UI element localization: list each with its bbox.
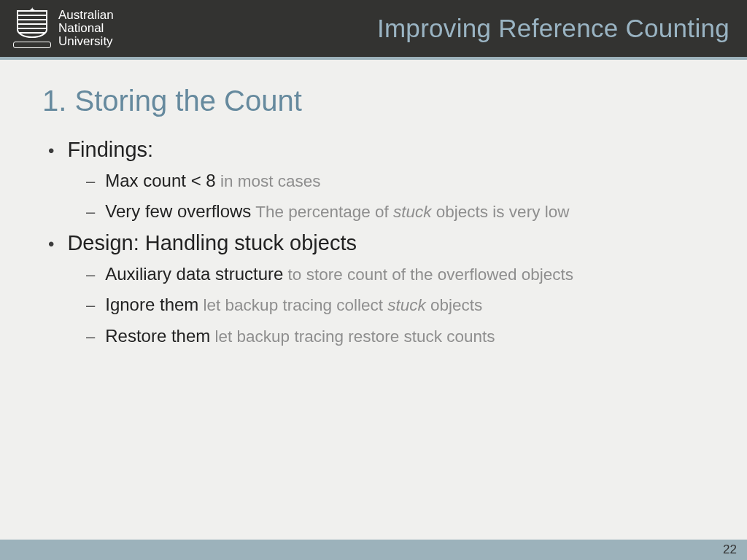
sub-list-item-text: Max count < 8 in most cases	[105, 169, 320, 192]
sub-item-main: Very few overflows	[105, 201, 251, 221]
sub-list-item: – Auxiliary data structure to store coun…	[86, 262, 705, 286]
sub-item-main: Ignore them	[105, 295, 198, 314]
dash-icon: –	[86, 172, 95, 191]
university-name-line1: Australian	[58, 9, 114, 22]
sub-item-detail-italic: stuck	[387, 296, 426, 314]
sub-list: – Auxiliary data structure to store coun…	[48, 262, 705, 348]
slide-title: 1. Storing the Count	[42, 85, 705, 117]
list-item: • Findings: – Max count < 8 in most case…	[48, 138, 705, 224]
university-crest-icon: ✦	[13, 10, 51, 47]
sub-list-item: – Ignore them let backup tracing collect…	[86, 293, 705, 316]
sub-item-main: Max count < 8	[105, 171, 215, 190]
dash-icon: –	[86, 265, 95, 284]
dash-icon: –	[86, 327, 95, 346]
list-item-text: Design: Handling stuck objects	[67, 231, 357, 255]
sub-item-detail-suffix: objects	[426, 296, 483, 314]
sub-item-detail-suffix: objects is very low	[432, 203, 570, 221]
bullet-icon: •	[48, 236, 54, 253]
list-item: • Design: Handling stuck objects – Auxil…	[48, 231, 705, 348]
sub-item-detail: let backup tracing restore stuck counts	[210, 327, 495, 346]
sub-item-detail: in most cases	[216, 172, 321, 190]
university-name-line3: University	[58, 35, 114, 48]
bullet-list: • Findings: – Max count < 8 in most case…	[42, 138, 705, 348]
sub-list-item-text: Restore them let backup tracing restore …	[105, 324, 495, 348]
bullet-icon: •	[48, 142, 54, 160]
dash-icon: –	[86, 203, 95, 222]
sub-list-item-text: Ignore them let backup tracing collect s…	[105, 293, 482, 316]
sub-item-detail: to store count of the overflowed objects	[283, 265, 573, 284]
slide-topic: Improving Reference Counting	[377, 14, 729, 43]
sub-list: – Max count < 8 in most cases – Very few…	[48, 169, 705, 224]
header-bar: ✦ Australian National University Improvi…	[0, 0, 747, 60]
sub-item-main: Restore them	[105, 326, 210, 346]
sub-list-item: – Very few overflows The percentage of s…	[86, 200, 705, 223]
sub-item-detail: The percentage of stuck objects is very …	[251, 203, 569, 221]
slide: ✦ Australian National University Improvi…	[0, 0, 747, 560]
page-number: 22	[723, 542, 737, 557]
university-logo-block: ✦ Australian National University	[13, 9, 114, 48]
list-item-text: Findings:	[67, 138, 153, 162]
sub-item-main: Auxiliary data structure	[105, 264, 283, 284]
sub-item-detail-italic: stuck	[393, 203, 432, 221]
university-name-line2: National	[58, 22, 114, 35]
dash-icon: –	[86, 296, 95, 315]
sub-list-item-text: Auxiliary data structure to store count …	[105, 262, 573, 286]
sub-item-detail-prefix: The percentage of	[251, 203, 393, 221]
footer-bar: 22	[0, 540, 747, 560]
sub-list-item: – Restore them let backup tracing restor…	[86, 324, 705, 348]
university-name: Australian National University	[58, 9, 114, 48]
sub-item-detail-prefix: let backup tracing collect	[198, 296, 387, 314]
sub-list-item-text: Very few overflows The percentage of stu…	[105, 200, 569, 223]
slide-body: 1. Storing the Count • Findings: – Max c…	[0, 60, 747, 348]
sub-item-detail: let backup tracing collect stuck objects	[198, 296, 482, 314]
sub-list-item: – Max count < 8 in most cases	[86, 169, 705, 192]
